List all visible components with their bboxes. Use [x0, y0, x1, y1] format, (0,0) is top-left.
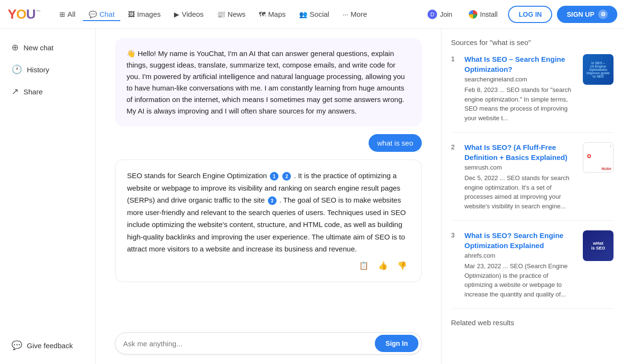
logo[interactable]: YOU™ — [8, 7, 40, 22]
share-label: Share — [23, 88, 43, 96]
ai-intro-message: 👋 Hello! My name is YouChat, I'm an AI t… — [115, 38, 422, 126]
nav-chat-label: Chat — [99, 10, 115, 18]
nav-images[interactable]: 🖼 Images — [122, 7, 166, 21]
chat-area: 👋 Hello! My name is YouChat, I'm an AI t… — [96, 29, 441, 364]
source-thumb-3: wHatis SEO — [583, 230, 613, 261]
images-icon: 🖼 — [128, 11, 135, 18]
nav-videos-label: Videos — [182, 10, 204, 18]
login-button[interactable]: LOG IN — [508, 6, 552, 23]
bot-response-part3: . The goal of SEO is to make websites mo… — [127, 196, 406, 253]
source-number-3: 3 — [451, 231, 459, 299]
install-button[interactable]: Install — [463, 7, 504, 22]
feedback-icon: 💬 — [12, 340, 22, 351]
chat-input[interactable] — [123, 340, 375, 348]
chat-icon: 💬 — [89, 11, 97, 18]
input-wrap: Sign In — [115, 332, 422, 354]
main-layout: ⊕ New chat 🕐 History ↗ Share 💬 Give feed… — [0, 29, 625, 364]
signup-button[interactable]: SIGN UP ⚙ — [557, 6, 617, 23]
copy-button[interactable]: 📋 — [356, 259, 371, 272]
share-icon: ↗ — [12, 86, 19, 97]
citation-3[interactable]: 3 — [268, 196, 277, 205]
nav-all[interactable]: ⊞ All — [54, 7, 81, 21]
bot-response: SEO stands for Search Engine Optimizatio… — [115, 159, 422, 282]
nav-right: D Join Install LOG IN SIGN UP ⚙ — [422, 6, 617, 23]
sources-panel: Sources for "what is seo" 1 What Is SEO … — [441, 29, 623, 364]
source-thumb-2: : RUSH — [583, 142, 613, 173]
new-chat-label: New chat — [23, 44, 54, 52]
history-label: History — [27, 66, 49, 74]
bot-response-part1: SEO stands for Search Engine Optimizatio… — [127, 171, 267, 180]
sidebar-history[interactable]: 🕐 History — [4, 59, 92, 80]
user-message: what is seo — [369, 134, 422, 152]
nav-more-label: More — [351, 10, 367, 18]
source-snippet-1: Feb 8, 2023 ... SEO stands for "search e… — [464, 85, 577, 123]
join-label: Join — [440, 11, 452, 18]
input-area: Sign In — [115, 325, 422, 354]
feedback-label: Give feedback — [27, 341, 73, 350]
source-domain-3: ahrefs.com — [464, 252, 577, 259]
all-icon: ⊞ — [59, 11, 65, 18]
more-icon: ··· — [343, 11, 348, 18]
thumbs-down-button[interactable]: 👎 — [394, 259, 410, 272]
sidebar-feedback[interactable]: 💬 Give feedback — [4, 335, 92, 355]
nav-news[interactable]: 📰 News — [211, 7, 252, 21]
news-icon: 📰 — [217, 11, 225, 18]
citation-2[interactable]: 2 — [282, 172, 291, 181]
nav-news-label: News — [228, 10, 246, 18]
nav-chat[interactable]: 💬 Chat — [83, 7, 120, 21]
source-domain-1: searchengineland.com — [464, 76, 577, 83]
nav-maps[interactable]: 🗺 Maps — [253, 7, 291, 21]
user-query-text: what is seo — [377, 139, 413, 147]
source-content-2: What Is SEO? (A Fluff-Free Definition + … — [464, 142, 577, 211]
related-web-results-label: Related web results — [451, 318, 613, 327]
sidebar-new-chat[interactable]: ⊕ New chat — [4, 37, 92, 57]
nav-bar: ⊞ All 💬 Chat 🖼 Images ▶ Videos 📰 News 🗺 … — [54, 7, 418, 21]
nav-maps-label: Maps — [268, 10, 286, 18]
chat-messages: 👋 Hello! My name is YouChat, I'm an AI t… — [115, 38, 422, 325]
header: YOU™ ⊞ All 💬 Chat 🖼 Images ▶ Videos 📰 Ne… — [0, 0, 625, 29]
sidebar: ⊕ New chat 🕐 History ↗ Share 💬 Give feed… — [0, 29, 96, 364]
thumbs-up-button[interactable]: 👍 — [375, 259, 391, 272]
source-number-2: 2 — [451, 143, 459, 211]
logo-y: Y — [8, 7, 16, 22]
nav-all-label: All — [68, 10, 76, 18]
plus-icon: ⊕ — [12, 42, 19, 53]
sidebar-share[interactable]: ↗ Share — [4, 81, 92, 102]
sign-in-button[interactable]: Sign In — [375, 335, 418, 352]
logo-u: U — [26, 7, 35, 22]
nav-videos[interactable]: ▶ Videos — [168, 7, 209, 21]
source-item-2: 2 What Is SEO? (A Fluff-Free Definition … — [451, 142, 613, 221]
response-actions: 📋 👍 👎 — [127, 259, 410, 272]
logo-o: O — [16, 7, 26, 22]
source-snippet-3: Mar 23, 2022 ... SEO (Search Engine Opti… — [464, 262, 577, 299]
citation-1[interactable]: 1 — [270, 172, 278, 181]
logo-dot: ™ — [36, 9, 40, 14]
nav-social-label: Social — [310, 10, 329, 18]
videos-icon: ▶ — [174, 11, 179, 18]
source-title-1[interactable]: What Is SEO – Search Engine Optimization… — [464, 54, 577, 74]
source-thumb-1: Is SEO –ch Engine OptimizatioImprove gui… — [583, 54, 613, 85]
nav-more[interactable]: ··· More — [337, 7, 373, 21]
maps-icon: 🗺 — [259, 11, 266, 18]
gear-icon: ⚙ — [598, 10, 608, 19]
nav-social[interactable]: 👥 Social — [293, 7, 335, 21]
discord-icon: D — [428, 10, 437, 19]
source-item-3: 3 What is SEO? Search Engine Optimizatio… — [451, 230, 613, 309]
history-icon: 🕐 — [12, 64, 22, 75]
source-snippet-2: Dec 5, 2022 ... SEO stands for search en… — [464, 173, 577, 211]
source-content-3: What is SEO? Search Engine Optimization … — [464, 230, 577, 299]
source-title-3[interactable]: What is SEO? Search Engine Optimization … — [464, 230, 577, 250]
install-label: Install — [480, 11, 498, 18]
sidebar-bottom: 💬 Give feedback — [0, 334, 95, 356]
chrome-icon — [469, 10, 477, 19]
source-content-1: What Is SEO – Search Engine Optimization… — [464, 54, 577, 123]
user-message-wrap: what is seo — [115, 134, 422, 152]
source-number-1: 1 — [451, 55, 459, 123]
join-button[interactable]: D Join — [422, 7, 458, 22]
sources-title: Sources for "what is seo" — [451, 38, 613, 46]
source-item-1: 1 What Is SEO – Search Engine Optimizati… — [451, 54, 613, 133]
ai-intro-text: 👋 Hello! My name is YouChat, I'm an AI t… — [127, 49, 405, 115]
signup-label: SIGN UP — [567, 11, 594, 18]
source-domain-2: semrush.com — [464, 164, 577, 171]
source-title-2[interactable]: What Is SEO? (A Fluff-Free Definition + … — [464, 142, 577, 162]
